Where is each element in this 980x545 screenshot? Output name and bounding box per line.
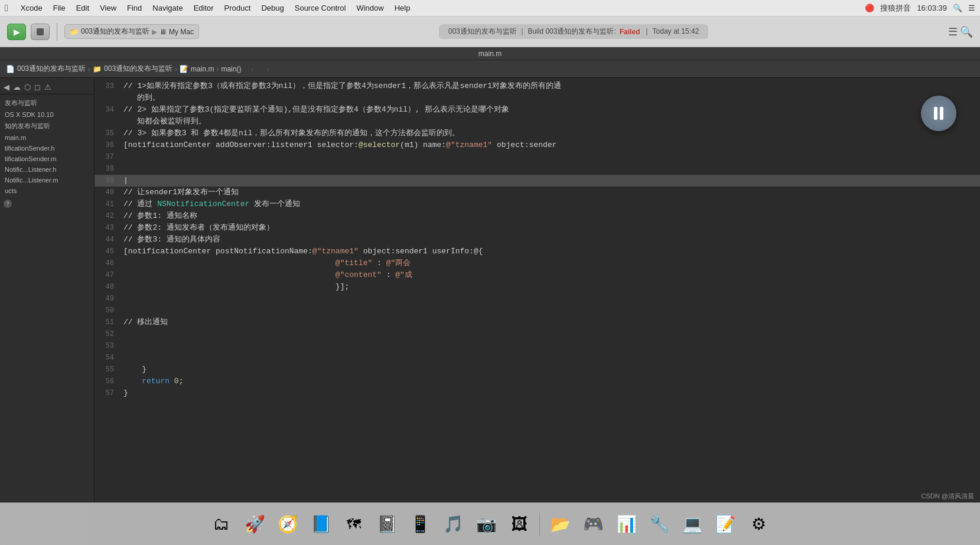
- dock-contacts[interactable]: 📘: [305, 509, 336, 540]
- menu-help[interactable]: Help: [389, 0, 416, 16]
- line-content-50[interactable]: [121, 305, 980, 316]
- sidebar-item-main[interactable]: main.m: [0, 132, 94, 143]
- menu-icon[interactable]: ☰: [968, 4, 975, 12]
- menu-source-control[interactable]: Source Control: [289, 0, 351, 16]
- line-content-53[interactable]: [121, 340, 980, 352]
- menu-navigate[interactable]: Navigate: [147, 0, 188, 16]
- code-line-47: 47 @"content" : @"成: [95, 269, 980, 281]
- sidebar-item-1[interactable]: OS X SDK 10.10: [0, 109, 94, 120]
- pause-icon: [934, 107, 943, 120]
- search-icon[interactable]: 🔍: [953, 4, 962, 12]
- line-content-43[interactable]: // 参数2: 通知发布者（发布通知的对象）: [121, 222, 980, 234]
- line-num-38: 38: [95, 163, 121, 175]
- dock-maps[interactable]: 🗺: [338, 509, 369, 540]
- dock-finder[interactable]: 🗂: [206, 509, 237, 540]
- sidebar-item-sender-m[interactable]: tificationSender.m: [0, 154, 94, 164]
- line-content-47[interactable]: @"content" : @"成: [121, 269, 980, 281]
- dock-onenote[interactable]: 📓: [372, 509, 402, 540]
- run-button[interactable]: ▶: [7, 24, 26, 40]
- pause-button[interactable]: [921, 96, 956, 131]
- sidebar-item-listener-h[interactable]: Notific...Listener.h: [0, 164, 94, 175]
- input-method-label: 🔴: [865, 4, 874, 12]
- file-title: main.m: [478, 50, 502, 58]
- code-container[interactable]: 33 // 1>如果没有指定参数3（或有指定参数3为nil），但是指定了参数4为…: [95, 78, 980, 545]
- line-content-54[interactable]: [121, 352, 980, 364]
- line-num-51: 51: [95, 316, 121, 328]
- project-breadcrumb[interactable]: 📁 003通知的发布与监听 ▶ 🖥 My Mac: [64, 24, 199, 39]
- dock-app11[interactable]: 🔧: [644, 509, 675, 540]
- dock-filezilla[interactable]: 📂: [545, 509, 575, 540]
- line-content-35[interactable]: // 3> 如果参数3 和 参数4都是nil，那么所有对象发布的所有的通知，这个…: [121, 128, 980, 139]
- dock-app6[interactable]: 🎵: [438, 509, 468, 540]
- dock-divider: [539, 513, 540, 536]
- line-content-51[interactable]: // 移出通知: [121, 316, 980, 328]
- sidebar-item-0[interactable]: 发布与监听: [0, 97, 94, 109]
- breadcrumb-folder[interactable]: 003通知的发布与监听: [104, 64, 172, 74]
- menu-file[interactable]: File: [48, 0, 71, 16]
- dock-photos[interactable]: 🖼: [504, 509, 535, 540]
- toolbar-center: 003通知的发布与监听 ｜ Build 003通知的发布与监听: Failed …: [204, 24, 943, 39]
- line-content-34[interactable]: // 2> 如果指定了参数3(指定要监听某个通知),但是没有指定参数4（参数4为…: [121, 104, 980, 116]
- line-content-39[interactable]: |: [121, 175, 980, 187]
- breadcrumb-file[interactable]: main.m: [191, 65, 214, 73]
- sidebar-icon-2[interactable]: ☁: [13, 83, 21, 92]
- breadcrumb-func[interactable]: main(): [221, 65, 241, 73]
- sidebar-item-sender-h[interactable]: tificationSender.h: [0, 143, 94, 154]
- code-scroll[interactable]: 33 // 1>如果没有指定参数3（或有指定参数3为nil），但是指定了参数4为…: [95, 78, 980, 545]
- line-content-57[interactable]: }: [121, 387, 980, 399]
- line-content-41[interactable]: // 通过 NSNotificationCenter 发布一个通知: [121, 198, 980, 210]
- line-content-45[interactable]: [notificationCenter postNotificationName…: [121, 246, 980, 257]
- menu-debug[interactable]: Debug: [256, 0, 289, 16]
- menu-xcode[interactable]: Xcode: [15, 0, 48, 16]
- stop-button[interactable]: [31, 24, 50, 40]
- menu-edit[interactable]: Edit: [71, 0, 95, 16]
- line-content-37[interactable]: [121, 151, 980, 163]
- sidebar-item-listener-m[interactable]: Notific...Listener.m: [0, 175, 94, 185]
- dock-app7[interactable]: 📷: [471, 509, 502, 540]
- dock-launchpad[interactable]: 🚀: [239, 509, 270, 540]
- menu-window[interactable]: Window: [351, 0, 389, 16]
- line-content-46[interactable]: @"title" : @"两会: [121, 257, 980, 269]
- sidebar-icon-4[interactable]: ◻: [34, 83, 41, 92]
- dock-safari[interactable]: 🧭: [272, 509, 303, 540]
- line-content-55[interactable]: }: [121, 364, 980, 376]
- sidebar-item-2[interactable]: 知的发布与监听: [0, 120, 94, 132]
- dock-preferences[interactable]: ⚙: [743, 509, 774, 540]
- sidebar-item-ucts[interactable]: ucts: [0, 185, 94, 196]
- content-area: 33 // 1>如果没有指定参数3（或有指定参数3为nil），但是指定了参数4为…: [95, 78, 980, 545]
- line-content-36[interactable]: [notificationCenter addObserver:listener…: [121, 139, 980, 151]
- status-circle[interactable]: ?: [4, 200, 12, 208]
- pause-bar-left: [934, 107, 937, 120]
- line-num-52: 52: [95, 328, 121, 340]
- line-content-42[interactable]: // 参数1: 通知名称: [121, 210, 980, 222]
- line-content-44[interactable]: // 参数3: 通知的具体内容: [121, 234, 980, 246]
- apple-menu[interactable]: : [5, 3, 8, 14]
- line-content-33b[interactable]: 的到。: [121, 92, 980, 104]
- nav-forward[interactable]: ›: [261, 63, 274, 76]
- line-content-40[interactable]: // 让sender1对象发布一个通知: [121, 187, 980, 198]
- dock-app9[interactable]: 🎮: [578, 509, 608, 540]
- dock-app12[interactable]: 💻: [677, 509, 708, 540]
- dock-app5[interactable]: 📱: [405, 509, 435, 540]
- code-line-43: 43 // 参数2: 通知发布者（发布通知的对象）: [95, 222, 980, 234]
- menu-find[interactable]: Find: [122, 0, 147, 16]
- dock-app13[interactable]: 📝: [710, 509, 741, 540]
- line-content-52[interactable]: [121, 328, 980, 340]
- menu-product[interactable]: Product: [219, 0, 256, 16]
- line-content-56[interactable]: return 0;: [121, 376, 980, 387]
- line-content-49[interactable]: [121, 293, 980, 305]
- line-content-48[interactable]: }];: [121, 281, 980, 293]
- breadcrumb-project[interactable]: 003通知的发布与监听: [17, 64, 86, 74]
- sidebar-icon-5[interactable]: ⚠: [44, 83, 51, 92]
- line-content-34b[interactable]: 知都会被监听得到。: [121, 116, 980, 128]
- nav-back[interactable]: ‹: [246, 63, 259, 76]
- line-content-33[interactable]: // 1>如果没有指定参数3（或有指定参数3为nil），但是指定了参数4为sen…: [121, 80, 980, 92]
- dock-app10[interactable]: 📊: [611, 509, 642, 540]
- list-icon[interactable]: ☰: [948, 25, 958, 38]
- menu-view[interactable]: View: [95, 0, 122, 16]
- sidebar-icon-3[interactable]: ⬡: [24, 83, 31, 92]
- line-content-38[interactable]: [121, 163, 980, 175]
- sidebar-icon-1[interactable]: ◀: [4, 83, 9, 92]
- menu-editor[interactable]: Editor: [188, 0, 219, 16]
- search-toolbar-icon[interactable]: 🔍: [960, 25, 973, 38]
